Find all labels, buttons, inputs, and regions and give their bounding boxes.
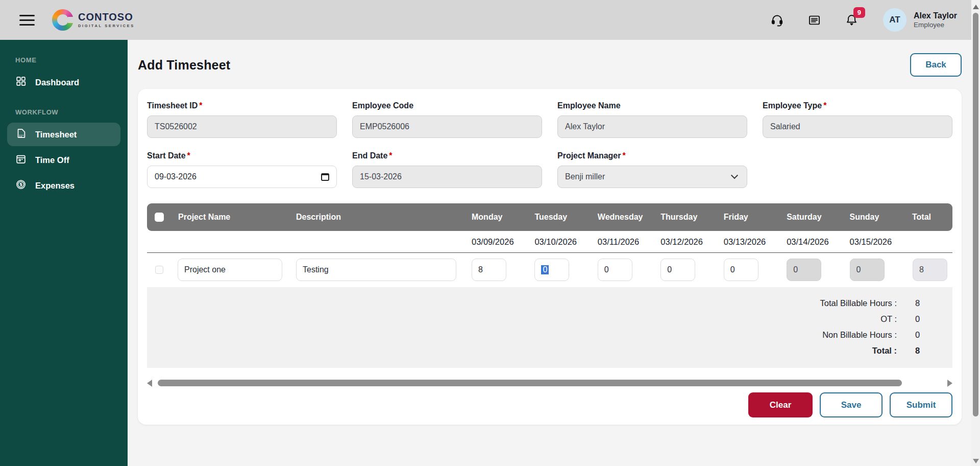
monday-hours-input[interactable] [472, 259, 506, 281]
date-thursday: 03/12/2026 [652, 237, 715, 247]
summary-value: 8 [915, 298, 923, 308]
sunday-hours-input [850, 259, 885, 281]
thursday-hours-input[interactable] [660, 259, 695, 281]
submit-button[interactable]: Submit [890, 392, 952, 417]
hamburger-menu-icon[interactable] [19, 15, 35, 26]
timesheet-form: Timesheet ID* TS0526002 Employee Code EM… [147, 101, 952, 188]
horizontal-scrollbar-thumb[interactable] [158, 380, 902, 386]
sidebar-item-label: Dashboard [35, 78, 79, 87]
scroll-down-arrow-icon[interactable] [973, 459, 979, 463]
project-name-input[interactable] [178, 259, 282, 281]
brand-tagline: DIGITAL SERVICES [78, 24, 135, 28]
top-bar: CONTOSO DIGITAL SERVICES [0, 0, 980, 40]
date-row: 03/09/2026 03/10/2026 03/11/2026 03/12/2… [147, 231, 952, 253]
tuesday-hours-input[interactable]: 0 [534, 259, 569, 281]
support-headset-icon[interactable] [770, 13, 784, 27]
user-name: Alex Taylor [914, 12, 957, 20]
add-timesheet-card: Timesheet ID* TS0526002 Employee Code EM… [138, 89, 962, 425]
page-title: Add Timesheet [138, 58, 230, 73]
notification-count-badge: 9 [853, 7, 865, 18]
back-button[interactable]: Back [910, 53, 962, 77]
summary-non-billable: Non Billable Hours : 0 [147, 327, 923, 343]
table-row: 0 [147, 253, 952, 287]
save-button[interactable]: Save [820, 392, 883, 417]
horizontal-scrollbar [147, 379, 952, 387]
brand-logo-icon [52, 9, 74, 31]
date-tuesday: 03/10/2026 [526, 237, 589, 247]
sidebar-item-expenses[interactable]: $ Expenses [7, 174, 120, 197]
dollar-circle-icon: $ [15, 179, 27, 192]
date-monday: 03/09/2026 [463, 237, 526, 247]
project-manager-select[interactable]: Benji miller [557, 166, 747, 188]
summary-value: 8 [915, 346, 923, 356]
sidebar: HOME Dashboard WORKFLOW [0, 40, 128, 466]
description-input[interactable] [296, 259, 456, 281]
notification-bell-icon[interactable]: 9 [845, 13, 859, 27]
summary-billable: Total Billable Hours : 8 [147, 295, 923, 311]
sidebar-item-time-off[interactable]: Time Off [7, 148, 120, 172]
select-all-checkbox[interactable] [155, 213, 164, 222]
chevron-down-icon [731, 172, 738, 179]
vertical-scrollbar [971, 0, 980, 466]
summary-label: Total Billable Hours : [820, 298, 897, 308]
clear-button[interactable]: Clear [748, 392, 813, 417]
date-wednesday: 03/11/2026 [590, 237, 652, 247]
end-date-label: End Date [352, 151, 387, 160]
field-start-date: Start Date* 09-03-2026 [147, 151, 337, 188]
required-asterisk: * [389, 151, 392, 160]
row-checkbox[interactable] [155, 266, 163, 274]
employee-name-field: Alex Taylor [557, 115, 747, 138]
project-manager-value: Benji miller [565, 172, 605, 181]
employee-code-label: Employee Code [352, 101, 413, 110]
sidebar-section-home: HOME [0, 56, 128, 64]
end-date-field: 15-03-2026 [352, 166, 542, 188]
start-date-value: 09-03-2026 [155, 172, 197, 181]
sidebar-item-dashboard[interactable]: Dashboard [7, 71, 120, 94]
scroll-right-arrow-icon[interactable] [947, 380, 952, 387]
summary-label: Non Billable Hours : [822, 330, 897, 340]
required-asterisk: * [187, 151, 190, 160]
sidebar-section-workflow: WORKFLOW [0, 108, 128, 116]
field-employee-code: Employee Code EMP0526006 [352, 101, 542, 138]
scroll-up-arrow-icon[interactable] [973, 5, 979, 9]
col-total: Total [904, 213, 952, 222]
col-thursday: Thursday [652, 213, 715, 222]
brand-logo: CONTOSO DIGITAL SERVICES [52, 9, 135, 31]
user-role: Employee [914, 21, 957, 29]
summary-value: 0 [915, 330, 923, 340]
summary-ot: OT : 0 [147, 311, 923, 327]
calendar-picker-icon[interactable] [321, 173, 329, 181]
col-tuesday: Tuesday [526, 213, 589, 222]
field-timesheet-id: Timesheet ID* TS0526002 [147, 101, 337, 138]
field-project-manager: Project Manager* Benji miller [557, 151, 747, 188]
col-project-name: Project Name [174, 213, 290, 222]
summary-label: OT : [880, 314, 897, 324]
avatar[interactable]: AT [883, 8, 906, 32]
app-root: CONTOSO DIGITAL SERVICES [0, 0, 980, 466]
sidebar-item-label: Time Off [35, 155, 69, 165]
date-saturday: 03/14/2026 [778, 237, 841, 247]
col-description: Description [290, 213, 463, 222]
vertical-scrollbar-thumb[interactable] [973, 13, 978, 416]
required-asterisk: * [199, 101, 202, 110]
timesheet-id-label: Timesheet ID [147, 101, 198, 110]
col-wednesday: Wednesday [590, 213, 652, 222]
summary-total: Total : 8 [147, 343, 923, 359]
summary-label: Total : [872, 346, 897, 356]
sidebar-item-label: Timesheet [35, 130, 77, 139]
date-sunday: 03/15/2026 [842, 237, 904, 247]
col-sunday: Sunday [842, 213, 904, 222]
employee-name-label: Employee Name [557, 101, 621, 110]
date-friday: 03/13/2026 [716, 237, 778, 247]
employee-type-field: Salaried [763, 115, 952, 138]
start-date-field[interactable]: 09-03-2026 [147, 166, 337, 188]
wednesday-hours-input[interactable] [598, 259, 632, 281]
news-feed-icon[interactable] [807, 13, 821, 27]
scroll-left-arrow-icon[interactable] [147, 380, 152, 387]
timesheet-icon [15, 128, 27, 141]
friday-hours-input[interactable] [724, 259, 758, 281]
start-date-label: Start Date [147, 151, 186, 160]
calendar-icon [15, 153, 27, 167]
sidebar-item-timesheet[interactable]: Timesheet [7, 123, 120, 146]
col-friday: Friday [716, 213, 778, 222]
